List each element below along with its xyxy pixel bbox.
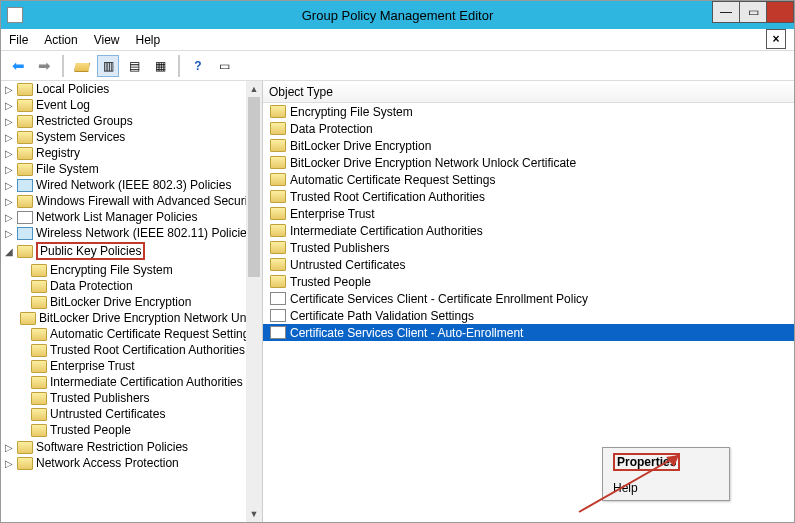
expander-icon[interactable]: ▷ [3, 148, 14, 159]
list-item[interactable]: Trusted Root Certification Authorities [263, 188, 794, 205]
tree-item[interactable]: Trusted People [17, 422, 262, 438]
folder-icon [270, 139, 286, 152]
list-pane[interactable]: Object Type Encrypting File SystemData P… [263, 81, 794, 522]
export-button[interactable]: ▦ [149, 55, 171, 77]
list-item[interactable]: Encrypting File System [263, 103, 794, 120]
expander-icon[interactable]: ▷ [3, 180, 14, 191]
list-item[interactable]: Certificate Path Validation Settings [263, 307, 794, 324]
tree-item[interactable]: BitLocker Drive Encryption [17, 294, 262, 310]
toolbar: ⬅ ➡ ▥ ▤ ▦ ? ▭ [1, 51, 794, 81]
tree-item[interactable]: Data Protection [17, 278, 262, 294]
menu-action[interactable]: Action [44, 33, 77, 47]
tree-item[interactable]: BitLocker Drive Encryption Network Unloc… [17, 310, 262, 326]
back-button[interactable]: ⬅ [7, 55, 29, 77]
tree-item[interactable]: Trusted Publishers [17, 390, 262, 406]
list-item[interactable]: Trusted Publishers [263, 239, 794, 256]
expander-icon[interactable]: ▷ [3, 84, 14, 95]
tree-scrollbar[interactable]: ▲ ▼ [246, 81, 262, 522]
menu-file[interactable]: File [9, 33, 28, 47]
folder-icon [17, 441, 33, 454]
tree-item-label: Local Policies [36, 82, 109, 96]
tree-item[interactable]: ▷Event Log [3, 97, 262, 113]
list-item[interactable]: Certificate Services Client - Certificat… [263, 290, 794, 307]
tree-item-label: Registry [36, 146, 80, 160]
folder-icon [31, 360, 47, 373]
close-button[interactable] [766, 1, 794, 23]
tree-item-label: BitLocker Drive Encryption Network Unloc… [39, 311, 263, 325]
expander-icon[interactable]: ▷ [3, 196, 14, 207]
expander-icon[interactable]: ▷ [3, 212, 14, 223]
expander-icon[interactable]: ▷ [3, 116, 14, 127]
show-tree-button[interactable]: ▥ [97, 55, 119, 77]
list-item[interactable]: Trusted People [263, 273, 794, 290]
tree-item[interactable]: ▷System Services [3, 129, 262, 145]
tree-item-label: Trusted People [50, 423, 131, 437]
column-header[interactable]: Object Type [269, 85, 333, 99]
list-item[interactable]: Automatic Certificate Request Settings [263, 171, 794, 188]
doc-icon [17, 211, 33, 224]
maximize-button[interactable]: ▭ [739, 1, 767, 23]
scroll-thumb[interactable] [248, 97, 260, 277]
tree-item[interactable]: ▷Software Restriction Policies [3, 439, 262, 455]
expander-icon[interactable]: ▷ [3, 132, 14, 143]
app-icon [7, 7, 23, 23]
tree-pane[interactable]: ▷Local Policies▷Event Log▷Restricted Gro… [1, 81, 263, 522]
ctx-properties[interactable]: Properties [603, 448, 729, 476]
list-item-label: Trusted People [290, 275, 371, 289]
tree-item[interactable]: ◢Public Key Policies [3, 241, 262, 261]
tree-item[interactable]: ▷Local Policies [3, 81, 262, 97]
tree-item[interactable]: ▷Wired Network (IEEE 802.3) Policies [3, 177, 262, 193]
list-item-label: Trusted Root Certification Authorities [290, 190, 485, 204]
folder-icon [31, 328, 47, 341]
folder-icon [17, 163, 33, 176]
list-item[interactable]: Intermediate Certification Authorities [263, 222, 794, 239]
menu-help[interactable]: Help [136, 33, 161, 47]
list-item[interactable]: BitLocker Drive Encryption Network Unloc… [263, 154, 794, 171]
list-item[interactable]: Certificate Services Client - Auto-Enrol… [263, 324, 794, 341]
tree-item[interactable]: ▷Registry [3, 145, 262, 161]
list-item[interactable]: Data Protection [263, 120, 794, 137]
folder-icon [17, 131, 33, 144]
menu-view[interactable]: View [94, 33, 120, 47]
list-item[interactable]: Untrusted Certificates [263, 256, 794, 273]
tree-item[interactable]: Intermediate Certification Authorities [17, 374, 262, 390]
tree-item-label: Automatic Certificate Request Settings [50, 327, 255, 341]
tree-item[interactable]: Untrusted Certificates [17, 406, 262, 422]
scroll-up-icon[interactable]: ▲ [246, 81, 262, 97]
properties-button[interactable]: ▤ [123, 55, 145, 77]
tree-item[interactable]: ▷File System [3, 161, 262, 177]
list-item-label: Trusted Publishers [290, 241, 390, 255]
list-item[interactable]: BitLocker Drive Encryption [263, 137, 794, 154]
tree-item[interactable]: Enterprise Trust [17, 358, 262, 374]
scroll-down-icon[interactable]: ▼ [246, 506, 262, 522]
expander-icon[interactable]: ▷ [3, 442, 14, 453]
tree-item[interactable]: ▷Restricted Groups [3, 113, 262, 129]
expander-icon[interactable]: ▷ [3, 458, 14, 469]
list-item-label: Certificate Services Client - Certificat… [290, 292, 588, 306]
expander-icon[interactable]: ▷ [3, 164, 14, 175]
list-item[interactable]: Enterprise Trust [263, 205, 794, 222]
list-header[interactable]: Object Type [263, 81, 794, 103]
folder-icon [17, 99, 33, 112]
tree-item[interactable]: ▷Wireless Network (IEEE 802.11) Policies [3, 225, 262, 241]
document-close-button[interactable]: × [766, 29, 786, 49]
filter-button[interactable]: ▭ [213, 55, 235, 77]
tree-item[interactable]: ▷Network List Manager Policies [3, 209, 262, 225]
folder-icon [270, 207, 286, 220]
help-button[interactable]: ? [187, 55, 209, 77]
expander-icon[interactable]: ▷ [3, 100, 14, 111]
expander-icon[interactable]: ◢ [3, 246, 14, 257]
minimize-button[interactable]: — [712, 1, 740, 23]
tree-item[interactable]: Encrypting File System [17, 262, 262, 278]
forward-button[interactable]: ➡ [33, 55, 55, 77]
tree-item-label: System Services [36, 130, 125, 144]
tree-item[interactable]: ▷Windows Firewall with Advanced Security [3, 193, 262, 209]
ctx-help[interactable]: Help [603, 476, 729, 500]
tree-item[interactable]: Trusted Root Certification Authorities [17, 342, 262, 358]
tree-item[interactable]: Automatic Certificate Request Settings [17, 326, 262, 342]
net-icon [17, 227, 33, 240]
expander-icon[interactable]: ▷ [3, 228, 14, 239]
tree-item-label: Trusted Root Certification Authorities [50, 343, 245, 357]
up-folder-button[interactable] [71, 55, 93, 77]
tree-item[interactable]: ▷Network Access Protection [3, 455, 262, 471]
